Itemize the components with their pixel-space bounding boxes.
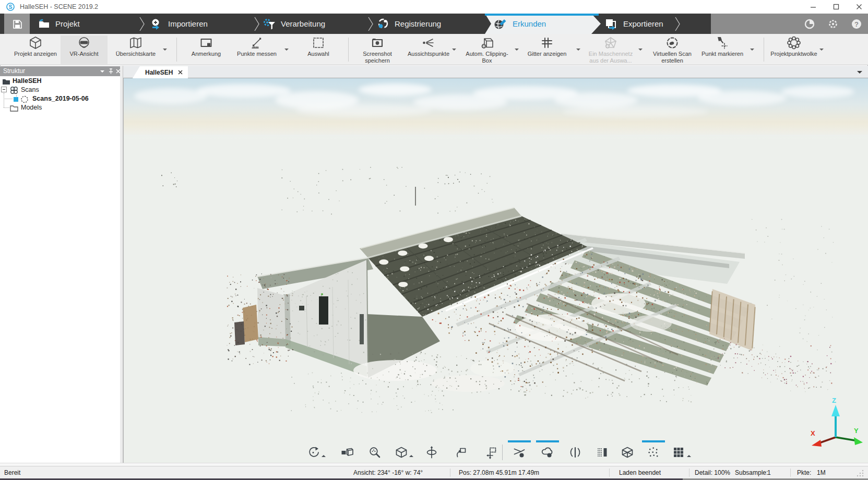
orbit-icon[interactable] (304, 443, 323, 461)
ribbon-button-screenshot-speichern[interactable]: Screenshot speichern (354, 35, 401, 64)
dropdown-caret[interactable] (687, 453, 691, 457)
processing-icon (263, 18, 276, 30)
ribbon-separator (176, 38, 177, 62)
ribbon-button-anmerkung[interactable]: Anmerkung (183, 35, 230, 64)
dropdown-caret[interactable] (409, 453, 413, 457)
status-separator (790, 469, 791, 477)
structure-panel: Struktur HalleSEH Scans Sca (0, 66, 120, 463)
point-cloud-view[interactable]: X Y Z (124, 78, 868, 463)
dropdown-caret[interactable] (750, 49, 754, 53)
pin-icon[interactable] (108, 68, 114, 75)
resize-grip[interactable] (856, 469, 864, 477)
dropdown-caret[interactable] (163, 49, 167, 53)
tree-item-models[interactable]: Models (21, 103, 42, 112)
ribbon-button-auswahl[interactable]: Auswahl (299, 35, 338, 64)
tab-erkunden[interactable]: Erkunden (494, 14, 546, 34)
ribbon-button-projektpunktwolke[interactable]: Projektpunktwolke (767, 35, 821, 64)
tab-close-icon[interactable] (178, 70, 183, 75)
view-cube-icon[interactable] (392, 443, 411, 461)
status-separator (450, 469, 450, 477)
tab-importieren[interactable]: Importieren (150, 14, 208, 34)
document-tab-strip (123, 66, 868, 78)
project-folder-icon (38, 18, 50, 30)
status-separator (689, 469, 689, 477)
dropdown-caret[interactable] (819, 49, 824, 53)
axis-z-label: Z (832, 397, 836, 404)
rotation-axis-icon[interactable] (422, 443, 441, 461)
ribbon-button-autom-clipping-box[interactable]: Autom. Clipping-Box (462, 35, 512, 64)
scan-density-icon[interactable] (593, 443, 612, 461)
maximize-button[interactable] (826, 0, 847, 14)
ribbon-button-label: Gitter anzeigen (528, 51, 567, 57)
tab-label: Verarbeitung (281, 19, 325, 28)
panel-title: Struktur (3, 67, 25, 75)
ribbon-button-maschennetz: Ein Maschennetz aus der Auswa... (586, 35, 636, 64)
zoom-points-icon[interactable] (365, 443, 384, 461)
sync-status-icon[interactable] (804, 18, 815, 30)
panel-menu-caret[interactable] (100, 70, 104, 75)
dropdown-caret[interactable] (452, 49, 456, 53)
ribbon-button-vr-ansicht[interactable]: VR-Ansicht (61, 35, 108, 64)
tree-connector (4, 99, 13, 99)
selection-icon (311, 35, 326, 50)
split-view-icon[interactable] (566, 443, 585, 461)
status-subsample-label: Subsample: (735, 466, 768, 479)
camera-view-icon[interactable] (338, 443, 356, 461)
help-icon[interactable]: ? (851, 18, 862, 30)
clipping-scan-icon[interactable] (510, 443, 529, 461)
settings-gear-icon[interactable] (827, 18, 839, 30)
tab-exportieren[interactable]: Exportieren (604, 14, 663, 34)
ribbon-button-punkt-markieren[interactable]: Punkt markieren (698, 35, 746, 64)
minimize-button[interactable] (803, 0, 824, 14)
tree-item-scans[interactable]: Scans (21, 86, 39, 94)
tab-verarbeitung[interactable]: Verarbeitung (263, 14, 325, 34)
tab-registrierung[interactable]: Registrierung (377, 14, 441, 34)
scatter-points-icon[interactable] (644, 443, 663, 461)
vr-headset-icon (77, 35, 91, 50)
ribbon-button-gitter-anzeigen[interactable]: Gitter anzeigen (523, 35, 571, 64)
tab-label: Exportieren (623, 19, 663, 28)
dropdown-caret[interactable] (515, 49, 519, 53)
status-points-label: Pkte: (797, 466, 811, 479)
cube-icon (28, 35, 43, 50)
status-ready: Bereit (4, 466, 20, 479)
tab-label: Registrierung (395, 19, 441, 28)
tree-item-halleseh[interactable]: HalleSEH (13, 77, 42, 86)
viewport: X Y Z (123, 78, 868, 463)
tab-chevron (367, 16, 374, 32)
close-button[interactable] (849, 0, 868, 14)
ribbon-button-uebersichtskarte[interactable]: Übersichtskarte (109, 35, 163, 64)
status-view-angles: Ansicht: 234° -16° w: 74° (353, 466, 423, 479)
ribbon-button-label: Aussichtspunkte (408, 51, 449, 57)
ribbon-separator (348, 38, 349, 62)
ribbon-button-label: Punkte messen (237, 51, 277, 57)
rotate-view-icon[interactable] (451, 443, 470, 461)
view-grid-icon[interactable] (669, 443, 688, 461)
registration-icon (377, 18, 389, 30)
tree-expander-minus[interactable] (1, 87, 7, 92)
svg-text:S: S (9, 4, 13, 10)
nav-bar-right-zone (711, 14, 868, 34)
save-button[interactable] (4, 14, 30, 34)
explore-icon (494, 18, 507, 30)
document-tab-halleseh[interactable]: HalleSEH (133, 66, 188, 78)
dropdown-caret[interactable] (322, 453, 326, 457)
tab-chevron (674, 16, 681, 32)
status-load: Laden beendet (619, 466, 661, 479)
tree-item-scan-cluster[interactable]: Scans_2019-05-06 (32, 94, 89, 103)
dropdown-caret[interactable] (284, 49, 289, 53)
wireframe-cube-icon[interactable] (618, 443, 637, 461)
ribbon-button-projekt-anzeigen[interactable]: Projekt anzeigen (7, 35, 64, 64)
ribbon-button-label: Autom. Clipping-Box (462, 51, 512, 64)
ribbon-button-punkte-messen[interactable]: Punkte messen (232, 35, 282, 64)
point-cloud-ball-icon[interactable] (538, 443, 557, 461)
tab-label: Importieren (168, 19, 208, 28)
ribbon-button-label: Screenshot speichern (354, 51, 401, 64)
dropdown-caret[interactable] (576, 49, 580, 53)
tab-projekt[interactable]: Projekt (38, 14, 80, 34)
clipping-box-icon (480, 35, 494, 50)
pan-view-icon[interactable] (482, 443, 501, 461)
tab-list-caret[interactable] (857, 71, 862, 76)
ribbon-button-aussichtspunkte[interactable]: Aussichtspunkte (403, 35, 454, 64)
ribbon-button-virtuellen-scan[interactable]: Virtuellen Scan erstellen (647, 35, 697, 64)
